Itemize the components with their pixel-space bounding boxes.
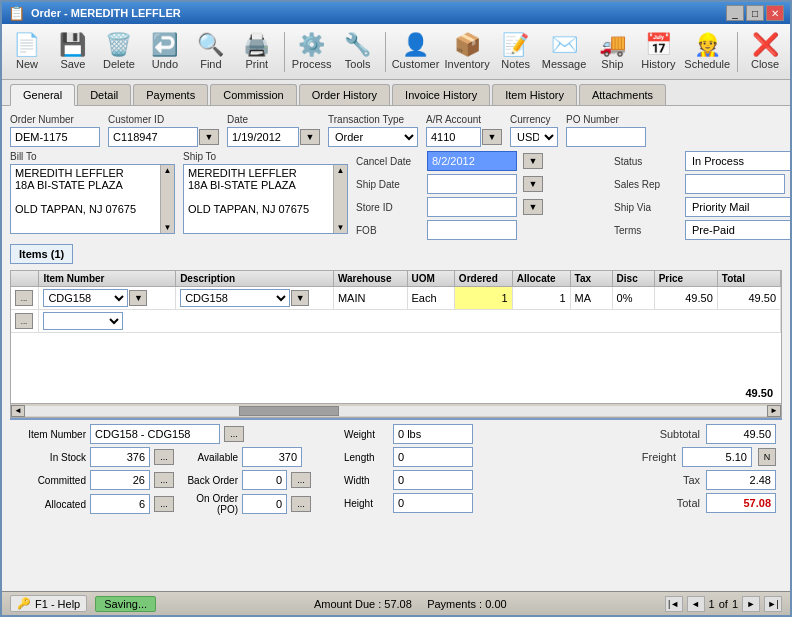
find-icon: 🔍 <box>197 34 224 56</box>
in-stock-browse-button[interactable]: ... <box>154 449 174 465</box>
ship-via-select[interactable]: Priority Mail <box>685 197 790 217</box>
bill-to-scroll[interactable]: ▲ ▼ <box>160 165 174 233</box>
store-id-picker-button[interactable]: ▼ <box>523 199 543 215</box>
in-stock-input[interactable] <box>90 447 150 467</box>
ship-button[interactable]: 🚚Ship <box>591 28 633 76</box>
transaction-type-select[interactable]: Order <box>328 127 418 147</box>
minimize-button[interactable]: _ <box>726 5 744 21</box>
undo-button[interactable]: ↩️Undo <box>144 28 186 76</box>
status-label: Status <box>614 156 679 167</box>
ar-account-input[interactable] <box>426 127 481 147</box>
date-picker-button[interactable]: ▼ <box>300 129 320 145</box>
tab-commission[interactable]: Commission <box>210 84 297 105</box>
row2-menu-button[interactable]: ... <box>15 313 33 329</box>
allocated-input[interactable] <box>90 494 150 514</box>
nav-last-button[interactable]: ►| <box>764 596 782 612</box>
available-input[interactable] <box>242 447 302 467</box>
tab-invoice-history[interactable]: Invoice History <box>392 84 490 105</box>
tab-attachments[interactable]: Attachments <box>579 84 666 105</box>
width-label: Width <box>344 475 389 486</box>
delete-button[interactable]: 🗑️Delete <box>98 28 140 76</box>
store-id-input[interactable] <box>427 197 517 217</box>
item-number-bottom-browse-button[interactable]: ... <box>224 426 244 442</box>
length-input[interactable] <box>393 447 473 467</box>
close-button[interactable]: ❌Close <box>744 28 786 76</box>
currency-select[interactable]: USD <box>510 127 558 147</box>
tools-button[interactable]: 🔧Tools <box>337 28 379 76</box>
inventory-button[interactable]: 📦Inventory <box>444 28 491 76</box>
tab-general[interactable]: General <box>10 84 75 106</box>
help-indicator[interactable]: 🔑 F1 - Help <box>10 595 87 612</box>
committed-browse-button[interactable]: ... <box>154 472 174 488</box>
height-input[interactable] <box>393 493 473 513</box>
scroll-thumb[interactable] <box>239 406 339 416</box>
nav-first-button[interactable]: |◄ <box>665 596 683 612</box>
back-order-browse-button[interactable]: ... <box>291 472 311 488</box>
back-order-input[interactable] <box>242 470 287 490</box>
fob-input[interactable] <box>427 220 517 240</box>
total-label: Total <box>645 497 700 509</box>
tab-detail[interactable]: Detail <box>77 84 131 105</box>
row2-item-select[interactable] <box>43 312 123 330</box>
allocated-browse-button[interactable]: ... <box>154 496 174 512</box>
tab-order-history[interactable]: Order History <box>299 84 390 105</box>
new-button[interactable]: 📄New <box>6 28 48 76</box>
save-button[interactable]: 💾Save <box>52 28 94 76</box>
window-close-button[interactable]: ✕ <box>766 5 784 21</box>
tools-icon: 🔧 <box>344 34 371 56</box>
items-table-container: Item Number Description Warehouse UOM Or… <box>10 270 782 418</box>
available-label: Available <box>178 452 238 463</box>
customer-id-input[interactable] <box>108 127 198 147</box>
nav-prev-button[interactable]: ◄ <box>687 596 705 612</box>
tab-payments[interactable]: Payments <box>133 84 208 105</box>
cancel-date-input[interactable] <box>427 151 517 171</box>
po-number-input[interactable] <box>566 127 646 147</box>
items-scrollbar-h[interactable]: ◄ ► <box>11 403 781 417</box>
width-input[interactable] <box>393 470 473 490</box>
tax-total-input[interactable] <box>706 470 776 490</box>
find-button[interactable]: 🔍Find <box>190 28 232 76</box>
cancel-date-picker-button[interactable]: ▼ <box>523 153 543 169</box>
sales-rep-input[interactable] <box>685 174 785 194</box>
customer-button[interactable]: 👤Customer <box>392 28 440 76</box>
process-button[interactable]: ⚙️Process <box>291 28 333 76</box>
weight-input[interactable] <box>393 424 473 444</box>
scroll-left-button[interactable]: ◄ <box>11 405 25 417</box>
status-select[interactable]: In Process <box>685 151 790 171</box>
on-order-browse-button[interactable]: ... <box>291 496 311 512</box>
toolbar-separator-2 <box>385 32 386 72</box>
maximize-button[interactable]: □ <box>746 5 764 21</box>
message-button[interactable]: ✉️Message <box>541 28 588 76</box>
col-disc: Disc <box>612 271 654 287</box>
total-input[interactable] <box>706 493 776 513</box>
ship-to-scroll[interactable]: ▲ ▼ <box>333 165 347 233</box>
scroll-right-button[interactable]: ► <box>767 405 781 417</box>
freight-browse-button[interactable]: N <box>758 448 776 466</box>
item-number-bottom-input[interactable] <box>90 424 220 444</box>
help-label: F1 - Help <box>35 598 80 610</box>
item-number-browse-button[interactable]: ▼ <box>129 290 147 306</box>
on-order-input[interactable] <box>242 494 287 514</box>
description-browse-button[interactable]: ▼ <box>291 290 309 306</box>
ordered-cell[interactable]: 1 <box>454 287 512 310</box>
committed-input[interactable] <box>90 470 150 490</box>
ship-date-input[interactable] <box>427 174 517 194</box>
tab-item-history[interactable]: Item History <box>492 84 577 105</box>
history-button[interactable]: 📅History <box>637 28 679 76</box>
ship-date-picker-button[interactable]: ▼ <box>523 176 543 192</box>
customer-id-browse-button[interactable]: ▼ <box>199 129 219 145</box>
item-number-select[interactable]: CDG158 <box>43 289 128 307</box>
terms-select[interactable]: Pre-Paid <box>685 220 790 240</box>
freight-input[interactable] <box>682 447 752 467</box>
description-select[interactable]: CDG158 <box>180 289 290 307</box>
print-button[interactable]: 🖨️Print <box>236 28 278 76</box>
ar-account-browse-button[interactable]: ▼ <box>482 129 502 145</box>
schedule-button[interactable]: 👷Schedule <box>683 28 731 76</box>
date-input[interactable] <box>227 127 299 147</box>
subtotal-input[interactable] <box>706 424 776 444</box>
nav-next-button[interactable]: ► <box>742 596 760 612</box>
row-menu-button[interactable]: ... <box>15 290 33 306</box>
notes-button[interactable]: 📝Notes <box>495 28 537 76</box>
order-number-input[interactable] <box>10 127 100 147</box>
table-row: ... CDG158 ▼ CDG158 ▼ <box>11 287 781 310</box>
